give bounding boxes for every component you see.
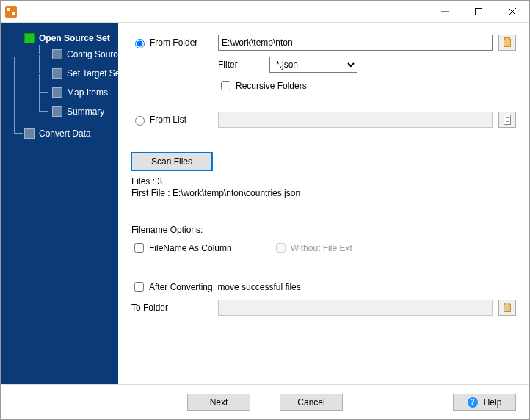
step-marker-icon bbox=[24, 128, 35, 139]
app-window: Open Source Set Config Source bbox=[0, 0, 530, 420]
step-config-source[interactable]: Config Source bbox=[52, 48, 118, 61]
browse-list-button[interactable] bbox=[498, 112, 516, 128]
without-file-ext-checkbox bbox=[276, 243, 286, 253]
svg-rect-0 bbox=[476, 8, 482, 15]
from-list-label-text: From List bbox=[150, 115, 186, 125]
files-count-text: Files : 3 bbox=[131, 176, 516, 187]
filename-options-heading: Filename Options: bbox=[131, 225, 516, 235]
from-list-radio-label[interactable]: From List bbox=[131, 114, 212, 126]
step-label: Map Items bbox=[67, 86, 108, 99]
wizard-footer: Next Cancel ? Help bbox=[1, 384, 529, 419]
titlebar bbox=[1, 1, 529, 23]
step-set-target-set[interactable]: Set Target Set bbox=[52, 67, 118, 80]
step-marker-icon bbox=[52, 106, 62, 117]
filename-as-column-checkbox-label[interactable]: FileName As Column bbox=[131, 241, 232, 255]
close-button[interactable] bbox=[495, 1, 529, 22]
step-summary[interactable]: Summary bbox=[52, 105, 118, 118]
content-pane: From Folder Filter *.json Recursive Fold… bbox=[118, 23, 529, 384]
filter-label: Filter bbox=[218, 59, 262, 70]
step-label: Open Source Set bbox=[39, 32, 110, 45]
next-button[interactable]: Next bbox=[187, 394, 250, 411]
step-label: Config Source bbox=[67, 48, 123, 61]
recursive-folders-checkbox-label[interactable]: Recursive Folders bbox=[218, 79, 307, 93]
help-button[interactable]: ? Help bbox=[453, 394, 516, 411]
move-after-convert-text: After Converting, move successful files bbox=[149, 282, 301, 292]
move-after-convert-checkbox[interactable] bbox=[134, 282, 144, 292]
step-label: Convert Data bbox=[39, 127, 91, 140]
maximize-button[interactable] bbox=[462, 1, 495, 22]
step-open-source-set[interactable]: Open Source Set bbox=[24, 32, 118, 45]
wizard-sidebar: Open Source Set Config Source bbox=[1, 23, 118, 384]
help-icon: ? bbox=[468, 397, 478, 408]
without-file-ext-checkbox-label: Without File Ext bbox=[273, 241, 352, 255]
to-folder-label: To Folder bbox=[131, 303, 212, 313]
step-marker-icon bbox=[52, 87, 62, 98]
step-convert-data[interactable]: Convert Data bbox=[24, 127, 118, 140]
filter-select[interactable]: *.json bbox=[269, 57, 357, 73]
move-after-convert-checkbox-label[interactable]: After Converting, move successful files bbox=[131, 280, 301, 294]
list-file-icon bbox=[504, 115, 511, 125]
from-folder-label-text: From Folder bbox=[150, 37, 197, 48]
step-marker-icon bbox=[52, 49, 62, 59]
folder-icon bbox=[504, 304, 511, 312]
from-list-path-input bbox=[218, 112, 493, 128]
from-list-radio[interactable] bbox=[135, 116, 145, 126]
first-file-text: First File : E:\work\temp\nton\countries… bbox=[131, 188, 516, 198]
filename-as-column-checkbox[interactable] bbox=[134, 243, 144, 253]
folder-icon bbox=[504, 39, 511, 47]
step-map-items[interactable]: Map Items bbox=[52, 86, 118, 99]
from-folder-path-input[interactable] bbox=[218, 35, 493, 51]
recursive-label-text: Recursive Folders bbox=[236, 81, 307, 91]
filename-as-column-text: FileName As Column bbox=[149, 243, 232, 253]
step-label: Set Target Set bbox=[67, 67, 123, 80]
to-folder-path-input bbox=[218, 300, 493, 316]
step-label: Summary bbox=[67, 105, 104, 118]
scan-files-button[interactable]: Scan Files bbox=[131, 153, 212, 170]
recursive-folders-checkbox[interactable] bbox=[221, 81, 230, 90]
without-file-ext-text: Without File Ext bbox=[291, 243, 352, 253]
browse-to-folder-button[interactable] bbox=[498, 300, 516, 316]
step-marker-icon bbox=[52, 68, 62, 79]
browse-folder-button[interactable] bbox=[498, 35, 516, 51]
app-icon bbox=[5, 6, 17, 18]
wizard-steps-tree: Open Source Set Config Source bbox=[1, 29, 118, 143]
step-marker-icon bbox=[24, 33, 35, 43]
from-folder-radio-label[interactable]: From Folder bbox=[131, 37, 212, 48]
from-folder-radio[interactable] bbox=[135, 39, 145, 48]
cancel-button[interactable]: Cancel bbox=[280, 394, 343, 411]
minimize-button[interactable] bbox=[428, 1, 462, 22]
